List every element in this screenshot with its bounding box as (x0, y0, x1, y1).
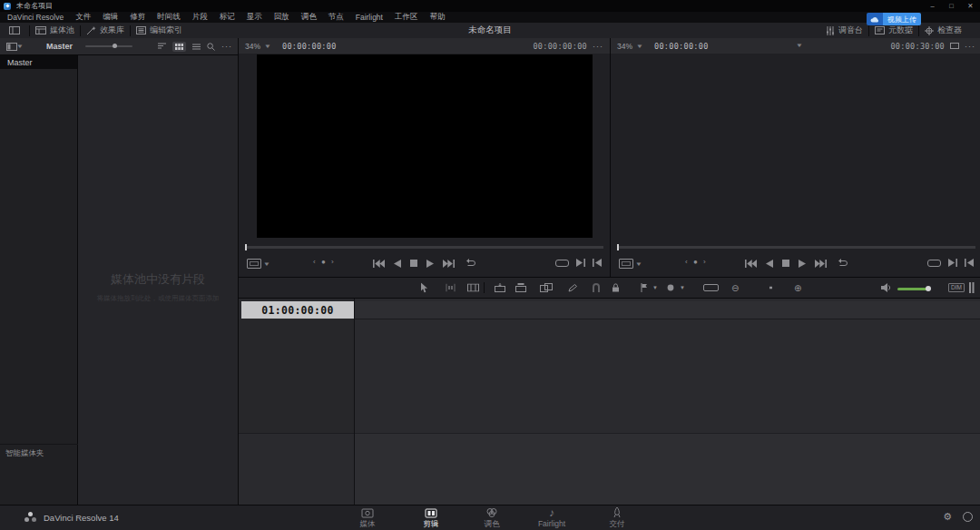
lock-icon[interactable] (612, 283, 620, 292)
menu-item[interactable]: 节点 (328, 12, 344, 23)
selection-tool-icon[interactable] (420, 283, 427, 293)
timeline-viewer-playhead[interactable] (617, 244, 619, 250)
play-button[interactable] (799, 260, 806, 268)
ui-layout-icon[interactable] (9, 26, 20, 34)
edit-index-label: 编辑索引 (150, 25, 182, 36)
mixer-button[interactable]: 调音台 (820, 23, 868, 38)
marker-icon[interactable] (667, 284, 674, 291)
timeline-viewer-options-icon[interactable]: ··· (965, 42, 975, 51)
timeline-current-timecode[interactable]: 00:00:00:00 (654, 42, 709, 51)
timeline-timecode-field[interactable]: 01:00:00:00 (241, 301, 354, 319)
loop-button[interactable] (464, 259, 475, 268)
play-button[interactable] (426, 260, 434, 268)
menu-item[interactable]: 标记 (220, 12, 235, 23)
source-viewer-options-icon[interactable]: ··· (593, 42, 603, 51)
chevron-down-icon[interactable]: ▼ (680, 285, 685, 290)
minimize-button[interactable]: – (923, 0, 942, 12)
timeline-select-chevron-icon[interactable]: ▼ (795, 43, 802, 48)
close-button[interactable]: ✕ (961, 0, 980, 12)
audio-meters-icon[interactable] (969, 282, 975, 293)
loop-range-icon[interactable] (555, 260, 569, 267)
source-current-timecode[interactable]: 00:00:00:00 (282, 42, 337, 51)
zoom-plus-icon[interactable]: ⊕ (794, 283, 801, 293)
flag-icon[interactable] (641, 283, 648, 292)
step-back-button[interactable] (766, 260, 773, 268)
loop-button[interactable] (836, 259, 848, 268)
stop-button[interactable] (782, 260, 789, 267)
inspector-button[interactable]: 检查器 (919, 23, 967, 38)
edit-index-button[interactable]: 编辑索引 (131, 23, 188, 38)
media-pool-options-icon[interactable]: ··· (221, 42, 232, 51)
timeline-scrubber-bar[interactable] (617, 246, 975, 249)
last-frame-button[interactable] (443, 260, 455, 268)
tab-edit[interactable]: 剪辑 (402, 507, 460, 530)
circle-minus-icon[interactable]: ⊖ (731, 283, 739, 293)
play-to-in-button[interactable] (965, 259, 974, 267)
pencil-icon[interactable] (568, 283, 577, 292)
fullscreen-icon[interactable] (950, 43, 959, 49)
source-duration-timecode: 00:00:00:00 (533, 42, 587, 51)
empty-state: 媒体池中没有片段 将媒体拖放到此处，或使用媒体页面添加 (78, 271, 238, 303)
menu-item[interactable]: 文件 (75, 12, 91, 23)
replace-clip-icon[interactable] (540, 283, 553, 292)
menu-item[interactable]: 帮助 (429, 12, 445, 23)
snap-magnet-icon[interactable] (592, 283, 601, 292)
menu-item[interactable]: 编辑 (103, 12, 118, 23)
media-pool-button[interactable]: 媒体池 (30, 23, 80, 38)
effects-library-button[interactable]: 效果库 (81, 23, 130, 38)
trim-mode-icon[interactable] (446, 284, 456, 292)
tab-color[interactable]: 调色 (463, 507, 521, 530)
step-back-button[interactable] (394, 260, 401, 268)
metadata-icon (875, 26, 885, 34)
chevron-down-icon[interactable]: ▼ (16, 44, 24, 49)
tab-deliver[interactable]: 交付 (588, 507, 646, 530)
source-playhead[interactable] (245, 244, 247, 250)
menu-item[interactable]: 时间线 (157, 12, 181, 23)
in-out-range-icon[interactable] (703, 284, 719, 291)
media-pool-browser[interactable]: 媒体池中没有片段 将媒体拖放到此处，或使用媒体页面添加 (78, 55, 238, 505)
source-scrubber-bar[interactable] (245, 246, 603, 249)
timeline-ruler[interactable] (355, 301, 980, 319)
loop-range-icon[interactable] (927, 260, 941, 267)
tab-fairlight[interactable]: ♪Fairlight (523, 507, 581, 528)
menu-item[interactable]: 修剪 (130, 12, 145, 23)
play-to-out-button[interactable] (576, 259, 585, 267)
zoom-level-select[interactable]: 34% (245, 42, 260, 51)
menu-item[interactable]: 片段 (192, 12, 208, 23)
insert-clip-icon[interactable] (495, 283, 505, 292)
chevron-down-icon[interactable]: ▼ (264, 44, 271, 49)
project-settings-gear-icon[interactable]: ⚙ (943, 511, 952, 523)
first-frame-button[interactable] (373, 260, 385, 268)
menu-item[interactable]: 工作区 (395, 12, 418, 23)
top-toolbar: 媒体池 效果库 编辑索引 未命名项目 调音台 (0, 23, 980, 39)
list-view-icon[interactable] (192, 44, 201, 50)
smart-bins-section[interactable]: 智能媒体夹 (0, 444, 83, 459)
bin-item-master[interactable]: Master (0, 55, 77, 69)
play-to-in-button[interactable] (593, 259, 602, 267)
menu-item[interactable]: 显示 (247, 12, 262, 23)
grid-view-icon[interactable] (172, 42, 186, 52)
play-to-out-button[interactable] (948, 259, 957, 267)
chevron-down-icon[interactable]: ▼ (652, 285, 658, 290)
speaker-icon[interactable] (881, 283, 892, 292)
thumbnail-size-slider[interactable] (85, 45, 132, 47)
search-icon[interactable] (207, 43, 215, 51)
dim-button[interactable]: DIM (948, 283, 965, 292)
upload-overlay-badge[interactable]: 视频上传 (867, 13, 921, 25)
menu-item[interactable]: Fairlight (356, 13, 383, 22)
sort-icon[interactable] (158, 43, 166, 50)
zoom-level-select[interactable]: 34% (617, 42, 632, 51)
last-frame-button[interactable] (815, 260, 827, 268)
overwrite-clip-icon[interactable] (515, 283, 526, 292)
stop-button[interactable] (410, 260, 417, 267)
maximize-button[interactable]: □ (942, 0, 961, 12)
project-manager-icon[interactable] (963, 512, 973, 522)
first-frame-button[interactable] (745, 260, 757, 268)
tab-media[interactable]: 媒体 (338, 507, 397, 530)
menu-item[interactable]: 调色 (301, 12, 317, 23)
blade-edit-mode-icon[interactable] (467, 284, 479, 292)
chevron-down-icon[interactable]: ▼ (636, 44, 643, 49)
menu-item[interactable]: 回放 (274, 12, 289, 23)
title-bar: 未命名项目 – □ ✕ (0, 0, 980, 12)
menu-item[interactable]: DaVinci Resolve (7, 13, 64, 22)
